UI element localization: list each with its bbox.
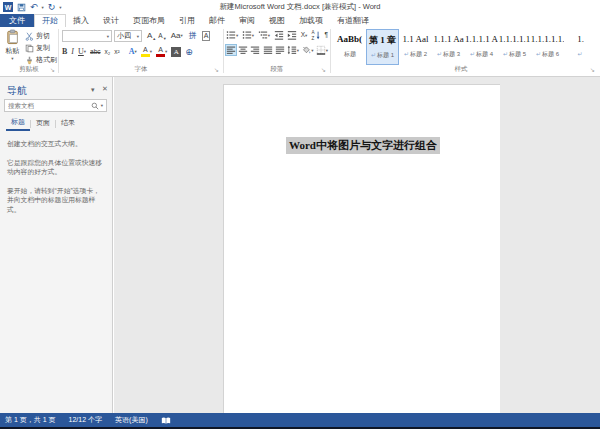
paste-button[interactable]: 粘贴 ▾ — [2, 29, 23, 69]
grow-font-button[interactable]: A▲ — [147, 31, 156, 41]
tab-design[interactable]: 设计 — [96, 14, 126, 27]
document-page[interactable]: Word中将图片与文字进行组合 — [223, 84, 500, 413]
styles-dialog-launcher[interactable]: ↘ — [590, 67, 595, 74]
character-shading-button[interactable]: A — [171, 47, 181, 57]
nav-options-caret-icon[interactable]: ▾ — [91, 86, 95, 94]
subscript-button[interactable]: x₂ — [105, 47, 111, 57]
tab-insert[interactable]: 插入 — [66, 14, 96, 27]
nav-tab-results[interactable]: 结果 — [56, 118, 80, 130]
tab-references[interactable]: 引用 — [172, 14, 202, 27]
search-input[interactable] — [5, 102, 91, 109]
word-logo-icon: W — [3, 2, 13, 12]
borders-icon — [316, 45, 326, 55]
numbering-icon — [242, 30, 252, 40]
tab-review[interactable]: 审阅 — [232, 14, 262, 27]
style-item-heading-6[interactable]: 1.1.1.1.1. ↵标题 6 — [531, 29, 564, 65]
document-heading-selected[interactable]: Word中将图片与文字进行组合 — [286, 137, 440, 154]
character-border-button[interactable]: A — [202, 31, 211, 41]
tab-add-ins[interactable]: 加载项 — [292, 14, 330, 27]
document-area: Word中将图片与文字进行组合 — [114, 77, 600, 413]
change-case-button[interactable]: Aa▾ — [171, 31, 183, 41]
enclose-characters-button[interactable]: ⊕ — [185, 47, 193, 57]
line-spacing-button[interactable]: ▾ — [287, 45, 299, 55]
align-center-button[interactable] — [238, 45, 248, 55]
redo-button[interactable]: ↻ — [48, 2, 56, 12]
underline-button[interactable]: U▾ — [78, 47, 86, 57]
phonetic-guide-button[interactable]: 拼 — [189, 31, 197, 41]
tab-file[interactable]: 文件 — [0, 14, 34, 27]
font-color-bar — [156, 54, 165, 57]
show-marks-button[interactable]: ¶ — [324, 30, 328, 40]
tab-home[interactable]: 开始 — [34, 14, 66, 27]
style-item-heading-3[interactable]: 1.1.1 Aa ↵标题 3 — [432, 29, 465, 65]
qat-customize-caret-icon[interactable]: ▾ — [59, 5, 61, 10]
style-item-heading-4[interactable]: 1.1.1.1 A ↵标题 4 — [465, 29, 498, 65]
line-spacing-icon — [287, 45, 297, 55]
search-caret-icon[interactable]: ▾ — [101, 103, 103, 108]
page-count[interactable]: 第 1 页，共 1 页 — [5, 415, 56, 425]
save-button[interactable] — [17, 3, 26, 12]
increase-indent-button[interactable] — [287, 30, 297, 40]
tab-youdao-translate[interactable]: 有道翻译 — [330, 14, 376, 27]
nav-help-paragraph: 创建文档的交互式大纲。 — [7, 139, 106, 149]
style-item-heading-2[interactable]: 1.1 Aal ↵标题 2 — [399, 29, 432, 65]
font-size-combo[interactable]: 小四 ▾ — [114, 30, 142, 42]
italic-button[interactable]: I — [71, 47, 74, 57]
word-count[interactable]: 12/12 个字 — [69, 415, 102, 425]
multilevel-list-button[interactable]: ▾ — [258, 30, 270, 40]
style-item-heading-1[interactable]: 第 1 章 ↵标题 1 — [366, 29, 399, 65]
phonetic-guide-icon: 拼 — [189, 31, 197, 41]
shading-button[interactable]: ▾ — [301, 45, 313, 55]
nav-close-icon[interactable]: ✕ — [102, 85, 108, 93]
paste-clipboard-icon — [5, 29, 20, 45]
style-preview: 1. — [577, 32, 584, 46]
language-indicator[interactable]: 英语(美国) — [115, 415, 148, 425]
undo-button[interactable]: ↶ — [30, 2, 38, 12]
paragraph-dialog-launcher[interactable]: ↘ — [321, 67, 326, 74]
clipboard-dialog-launcher[interactable]: ↘ — [50, 67, 55, 74]
tab-mailings[interactable]: 邮件 — [202, 14, 232, 27]
align-right-button[interactable] — [250, 45, 260, 55]
format-painter-button[interactable]: 格式刷 — [25, 55, 57, 65]
style-item-clipped[interactable]: 1. ↵ — [564, 29, 597, 65]
style-preview: 1.1 Aal — [403, 32, 429, 46]
undo-caret-icon[interactable]: ▾ — [42, 5, 44, 10]
style-item-title[interactable]: AaBb( 标题 — [333, 29, 366, 65]
strikethrough-button[interactable]: abc — [90, 47, 100, 57]
redo-icon: ↻ — [48, 2, 56, 12]
text-effects-button[interactable]: A▾ — [129, 47, 137, 57]
cut-button[interactable]: 剪切 — [25, 31, 50, 41]
line-spacing-caret-icon: ▾ — [297, 48, 299, 53]
bold-button[interactable]: B — [62, 47, 67, 57]
ribbon: 粘贴 ▾ 剪切 复制 格式刷 剪贴板 ↘ ▾ 小四 ▾ — [0, 27, 600, 77]
status-bar: 第 1 页，共 1 页 12/12 个字 英语(美国) — [0, 413, 600, 427]
text-highlight-button[interactable]: A ▾ — [141, 46, 152, 57]
shrink-font-button[interactable]: A▼ — [158, 31, 166, 41]
nav-tab-headings[interactable]: 标题 — [6, 117, 30, 131]
styles-gallery: AaBb( 标题 第 1 章 ↵标题 1 1.1 Aal ↵标题 2 1.1.1… — [333, 29, 599, 67]
bullets-button[interactable]: ▾ — [226, 30, 238, 40]
character-shading-icon: A — [171, 47, 181, 57]
search-icon[interactable] — [91, 102, 99, 110]
distribute-button[interactable] — [275, 45, 285, 55]
tab-view[interactable]: 视图 — [262, 14, 292, 27]
font-dialog-launcher[interactable]: ↘ — [214, 67, 219, 74]
style-preview: 1.1.1.1.1. — [531, 32, 564, 46]
nav-help-paragraph: 要开始，请转到“开始”选项卡，并向文档中的标题应用标题样式。 — [7, 186, 106, 215]
proofing-status-icon[interactable] — [161, 416, 171, 425]
borders-button[interactable]: ▾ — [316, 45, 328, 55]
asian-layout-button[interactable]: X▾ — [301, 30, 308, 40]
tab-page-layout[interactable]: 页面布局 — [126, 14, 172, 27]
sort-button[interactable]: AZ — [311, 30, 321, 40]
justify-button[interactable] — [263, 45, 273, 55]
superscript-button[interactable]: x² — [114, 47, 119, 57]
numbering-button[interactable]: ▾ — [242, 30, 254, 40]
align-left-button[interactable] — [226, 45, 236, 55]
character-border-icon: A — [204, 32, 209, 40]
nav-tab-pages[interactable]: 页面 — [31, 118, 55, 130]
decrease-indent-button[interactable] — [274, 30, 284, 40]
style-item-heading-5[interactable]: 1.1.1.1.1 ↵标题 5 — [498, 29, 531, 65]
font-color-button[interactable]: A ▾ — [156, 46, 167, 57]
font-name-combo[interactable]: ▾ — [62, 30, 112, 42]
copy-button[interactable]: 复制 — [25, 43, 50, 53]
